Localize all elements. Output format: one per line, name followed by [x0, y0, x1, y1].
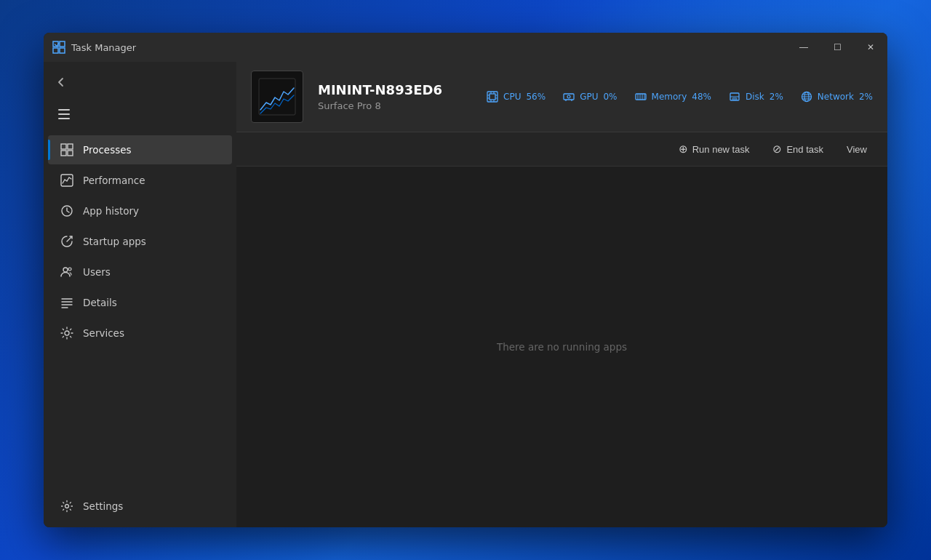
gpu-icon [563, 91, 575, 103]
cpu-label: CPU [503, 92, 521, 102]
sidebar-item-app-history-label: App history [83, 205, 139, 217]
stat-gpu: GPU 0% [563, 91, 617, 103]
users-icon [60, 265, 74, 279]
svg-rect-3 [60, 48, 65, 53]
sidebar-item-startup-apps-label: Startup apps [83, 236, 146, 247]
memory-label: Memory [652, 92, 687, 102]
stat-disk: Disk 2% [729, 91, 783, 103]
run-new-task-icon: ⊕ [679, 143, 688, 156]
sidebar-item-processes[interactable]: Processes [48, 135, 232, 164]
svg-point-12 [68, 268, 71, 271]
cpu-icon [487, 91, 498, 103]
sidebar-item-details[interactable]: Details [48, 288, 232, 317]
svg-rect-21 [487, 92, 498, 102]
right-panel: MININT-N893ED6 Surface Pro 8 [236, 62, 887, 527]
svg-line-10 [67, 237, 72, 242]
sidebar-item-startup-apps[interactable]: Startup apps [48, 227, 232, 256]
window-title: Task Manager [71, 42, 136, 53]
disk-icon [729, 91, 740, 103]
disk-value: 2% [770, 92, 783, 102]
disk-label: Disk [746, 92, 764, 102]
hamburger-line-2 [58, 113, 70, 115]
content-area: There are no running apps [236, 167, 887, 527]
network-value: 2% [859, 92, 873, 102]
stat-network: Network 2% [801, 91, 873, 103]
sidebar-item-users[interactable]: Users [48, 257, 232, 287]
task-manager-window: Task Manager — ☐ ✕ [44, 33, 887, 527]
network-icon [801, 91, 812, 103]
header-bar: MININT-N893ED6 Surface Pro 8 [236, 62, 887, 132]
services-icon [60, 326, 74, 340]
no-apps-message: There are no running apps [497, 341, 627, 353]
title-bar: Task Manager — ☐ ✕ [44, 33, 887, 62]
svg-rect-6 [61, 151, 66, 156]
svg-rect-2 [53, 48, 58, 53]
svg-rect-7 [68, 151, 73, 156]
hamburger-button[interactable] [49, 100, 79, 129]
stat-cpu: CPU 56% [487, 91, 546, 103]
end-task-label: End task [786, 144, 823, 155]
gpu-value: 0% [603, 92, 617, 102]
sidebar-item-details-label: Details [83, 297, 117, 308]
sidebar-item-services[interactable]: Services [48, 319, 232, 348]
svg-rect-40 [732, 98, 737, 100]
view-button[interactable]: View [838, 140, 876, 159]
settings-icon [60, 499, 74, 513]
memory-icon [635, 91, 647, 103]
svg-rect-4 [61, 144, 66, 149]
memory-value: 48% [692, 92, 711, 102]
end-task-icon: ⊘ [772, 143, 782, 156]
svg-rect-5 [68, 144, 73, 149]
toolbar: ⊕ Run new task ⊘ End task View [236, 132, 887, 167]
title-bar-left: Task Manager [52, 41, 136, 54]
sidebar-item-settings[interactable]: Settings [48, 492, 232, 521]
stats-row: CPU 56% GPU 0% [487, 91, 873, 103]
end-task-button[interactable]: ⊘ End task [764, 138, 832, 160]
gpu-label: GPU [580, 92, 598, 102]
sidebar-item-services-label: Services [83, 327, 124, 339]
app-history-icon [60, 204, 74, 218]
device-model: Surface Pro 8 [318, 100, 472, 111]
processes-icon [60, 143, 74, 157]
sidebar-item-app-history[interactable]: App history [48, 196, 232, 225]
svg-point-33 [567, 95, 570, 98]
window-controls: — ☐ ✕ [787, 33, 887, 62]
device-info: MININT-N893ED6 Surface Pro 8 [318, 82, 472, 111]
svg-rect-20 [490, 94, 495, 100]
startup-icon [60, 234, 74, 249]
maximize-button[interactable]: ☐ [820, 33, 854, 62]
svg-rect-30 [564, 94, 574, 100]
details-icon [60, 295, 74, 310]
hamburger-line-3 [58, 118, 70, 119]
device-name: MININT-N893ED6 [318, 82, 472, 97]
sidebar: Processes Performance [44, 62, 236, 527]
run-new-task-button[interactable]: ⊕ Run new task [670, 138, 759, 160]
sidebar-item-performance[interactable]: Performance [48, 166, 232, 195]
close-button[interactable]: ✕ [854, 33, 887, 62]
sidebar-bottom: Settings [44, 491, 236, 527]
app-icon [52, 41, 65, 54]
svg-rect-1 [60, 41, 65, 47]
sidebar-item-performance-label: Performance [83, 175, 145, 186]
main-content: Processes Performance [44, 62, 887, 527]
sidebar-item-settings-label: Settings [83, 500, 123, 512]
view-label: View [847, 144, 867, 155]
device-icon [251, 71, 303, 123]
sidebar-item-processes-label: Processes [83, 144, 132, 156]
back-button[interactable] [49, 71, 73, 94]
network-label: Network [818, 92, 854, 102]
svg-point-11 [63, 268, 68, 272]
run-new-task-label: Run new task [692, 144, 750, 155]
sidebar-item-users-label: Users [83, 266, 111, 278]
hamburger-line-1 [58, 109, 70, 111]
stat-memory: Memory 48% [635, 91, 711, 103]
cpu-value: 56% [526, 92, 546, 102]
performance-icon [60, 173, 74, 188]
minimize-button[interactable]: — [787, 33, 820, 62]
svg-point-18 [65, 505, 69, 508]
svg-point-17 [65, 331, 69, 335]
